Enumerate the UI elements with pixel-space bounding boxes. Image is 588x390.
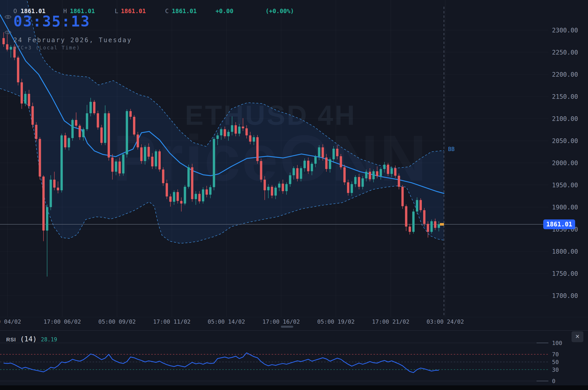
price-axis-label: 2300.00: [552, 27, 578, 34]
close-button[interactable]: ×: [572, 331, 583, 342]
rsi-params: (14): [20, 335, 37, 343]
trading-chart-window: ETHUSD 4H PriceONN O 1861.01 H 1861.01 L…: [0, 0, 588, 390]
pane-resize-handle[interactable]: [281, 326, 293, 328]
current-price-badge: 1861.01: [543, 219, 575, 229]
time-axis-label: 17:00 21/02: [372, 318, 409, 325]
rsi-value: 28.19: [41, 336, 57, 343]
change-value: +0.00: [216, 8, 233, 14]
bottom-bar: [0, 385, 588, 390]
eye-icon[interactable]: [5, 14, 11, 20]
low-label: L: [115, 8, 118, 14]
price-axis-label: 1900.00: [552, 204, 578, 211]
time-axis-label: 05:00 14/02: [208, 318, 245, 325]
time-axis-label: 17:00 11/02: [153, 318, 191, 325]
eye-icon[interactable]: [5, 30, 11, 35]
close-value: 1861.01: [172, 8, 197, 14]
time-axis-label: 00 04/02: [0, 318, 21, 325]
current-candle-marker: [440, 223, 444, 226]
price-axis-label: 2000.00: [552, 159, 578, 167]
price-axis-label: 2250.00: [552, 49, 578, 56]
price-axis-label: 1950.00: [552, 182, 578, 189]
price-chart-canvas[interactable]: [0, 0, 588, 317]
candle-countdown-timer: 03:35:13: [13, 13, 90, 30]
rsi-header: RSI (14) 28.19: [6, 335, 57, 343]
date-label: 24 February 2026, Tuesday: [13, 37, 132, 44]
price-axis-label: 1700.00: [552, 292, 578, 299]
rsi-canvas[interactable]: [0, 331, 588, 386]
price-axis-label: 2100.00: [552, 115, 578, 122]
rsi-axis-label: 100: [552, 340, 562, 346]
bollinger-band-label: BB: [448, 146, 455, 152]
price-axis-label: 1800.00: [552, 248, 578, 255]
price-axis-label: 2150.00: [552, 93, 578, 100]
time-axis-label: 05:00 19/02: [317, 318, 355, 325]
rsi-axis-label: 30: [552, 367, 559, 373]
rsi-axis-label: 70: [552, 351, 559, 358]
price-axis-label: 2200.00: [552, 71, 578, 78]
time-axis-label: 05:00 09/02: [98, 318, 136, 325]
rsi-axis-label: 0: [552, 378, 555, 384]
time-axis-label: 17:00 06/02: [43, 318, 81, 325]
rsi-axis-label: 50: [552, 359, 559, 365]
time-axis-label: 03:00 24/02: [426, 318, 464, 325]
close-label: C: [165, 8, 169, 14]
rsi-title: RSI: [6, 336, 16, 343]
price-axis-label: 2050.00: [552, 137, 578, 145]
timezone-label: UTC+3 (Local Time): [13, 45, 80, 50]
change-pct: (+0.00%): [265, 8, 294, 14]
time-axis-label: 17:00 16/02: [262, 318, 300, 325]
price-axis-label: 1750.00: [552, 270, 578, 277]
rsi-levels: [0, 343, 548, 381]
low-value: 1861.01: [121, 8, 146, 14]
rsi-pane-border: [0, 330, 588, 331]
time-axis[interactable]: 00 04/0217:00 06/0205:00 09/0217:00 11/0…: [0, 317, 588, 330]
